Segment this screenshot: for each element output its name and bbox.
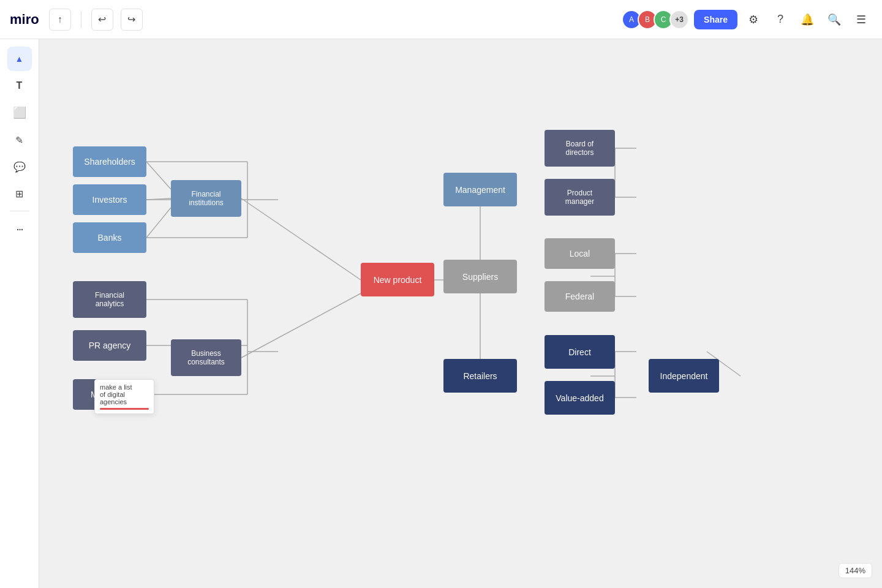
text-tool[interactable]: T <box>7 74 32 98</box>
node-pr-agency[interactable]: PR agency <box>73 330 146 361</box>
node-board-of-directors[interactable]: Board of directors <box>545 130 615 167</box>
node-direct[interactable]: Direct <box>545 335 615 369</box>
more-tools[interactable]: ··· <box>7 216 32 241</box>
svg-line-1 <box>146 198 171 200</box>
svg-line-2 <box>146 208 171 238</box>
share-button[interactable]: Share <box>694 10 737 29</box>
comment-tool[interactable]: 💬 <box>7 154 32 179</box>
node-management[interactable]: Management <box>443 173 517 206</box>
connections-svg <box>39 39 882 588</box>
node-local[interactable]: Local <box>545 238 615 269</box>
node-investors[interactable]: Investors <box>73 184 146 215</box>
help-icon[interactable]: ? <box>769 9 791 31</box>
svg-line-8 <box>241 198 361 280</box>
logo: miro <box>10 12 39 28</box>
frame-tool[interactable]: ⊞ <box>7 181 32 206</box>
node-marketers[interactable]: Marketers <box>73 379 146 410</box>
avatar-count: +3 <box>669 10 689 29</box>
redo-button[interactable]: ↪ <box>121 9 143 31</box>
pen-tool[interactable]: ✏ <box>2 123 37 157</box>
menu-icon[interactable]: ☰ <box>850 9 872 31</box>
mindmap: New productShareholdersInvestorsBanksFin… <box>39 39 882 588</box>
node-independent[interactable]: Independent <box>649 359 719 393</box>
select-tool[interactable]: ▲ <box>7 47 32 71</box>
node-banks[interactable]: Banks <box>73 222 146 253</box>
svg-line-0 <box>146 162 171 189</box>
node-retailers[interactable]: Retailers <box>443 359 517 393</box>
tool-separator <box>10 211 29 211</box>
notification-icon[interactable]: 🔔 <box>796 9 818 31</box>
toolbar: ▲ T ⬜ ✏ 💬 ⊞ ··· <box>0 39 39 588</box>
sticky-tool[interactable]: ⬜ <box>7 100 32 125</box>
node-federal[interactable]: Federal <box>545 281 615 312</box>
node-business-consultants[interactable]: Business consultants <box>171 339 241 376</box>
avatar-group: A B C +3 <box>622 10 689 29</box>
header-separator <box>81 11 81 28</box>
header-right: A B C +3 Share ⚙ ? 🔔 🔍 ☰ <box>622 9 872 31</box>
settings-icon[interactable]: ⚙ <box>742 9 764 31</box>
search-icon[interactable]: 🔍 <box>823 9 845 31</box>
canvas[interactable]: New productShareholdersInvestorsBanksFin… <box>39 39 882 588</box>
node-suppliers[interactable]: Suppliers <box>443 260 517 293</box>
node-financial-analytics[interactable]: Financial analytics <box>73 281 146 318</box>
node-value-added[interactable]: Value-added <box>545 381 615 415</box>
undo-button[interactable]: ↩ <box>91 9 113 31</box>
node-shareholders[interactable]: Shareholders <box>73 146 146 177</box>
node-new-product[interactable]: New product <box>361 263 434 296</box>
header: miro ↑ ↩ ↪ A B C +3 Share ⚙ ? 🔔 🔍 ☰ <box>0 0 882 39</box>
upload-button[interactable]: ↑ <box>49 9 71 31</box>
svg-line-14 <box>241 293 361 358</box>
zoom-indicator: 144% <box>839 563 872 578</box>
node-financial-institutions[interactable]: Financial institutions <box>171 180 241 217</box>
node-product-manager[interactable]: Product manager <box>545 179 615 216</box>
